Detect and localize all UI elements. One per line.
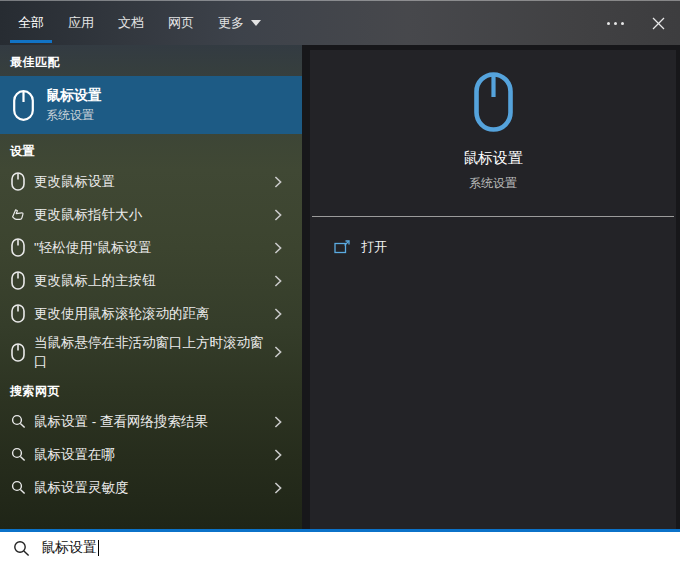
web-result-item[interactable]: 鼠标设置在哪	[0, 438, 302, 471]
mouse-icon	[6, 238, 30, 257]
chevron-right-icon	[274, 346, 282, 358]
result-item-label: 更改鼠标指针大小	[34, 205, 274, 224]
result-item-label: 鼠标设置 - 查看网络搜索结果	[34, 412, 274, 431]
preview-card: 鼠标设置 系统设置 打开	[310, 50, 676, 529]
result-item-label: "轻松使用"鼠标设置	[34, 238, 274, 257]
open-action-label: 打开	[361, 238, 387, 256]
topbar-actions	[607, 17, 665, 30]
best-match-header: 最佳匹配	[0, 45, 302, 76]
best-match-subtitle: 系统设置	[46, 107, 102, 124]
open-action[interactable]: 打开	[310, 231, 676, 263]
close-icon[interactable]	[652, 17, 665, 30]
settings-result-item[interactable]: "轻松使用"鼠标设置	[0, 231, 302, 264]
search-filter-bar: 全部 应用 文档 网页 更多	[0, 0, 680, 45]
touch-pointer-icon	[6, 207, 30, 222]
settings-result-list: 更改鼠标设置 更改鼠标指针大小 "轻松使用"鼠标设置	[0, 165, 302, 374]
mouse-icon	[6, 172, 30, 191]
filter-tab-label: 应用	[68, 14, 94, 32]
filter-tab[interactable]: 应用	[60, 1, 102, 45]
settings-result-item[interactable]: 当鼠标悬停在非活动窗口上方时滚动窗口	[0, 330, 302, 374]
search-icon	[6, 414, 30, 429]
mouse-icon	[6, 304, 30, 323]
result-item-label: 更改使用鼠标滚轮滚动的距离	[34, 304, 274, 323]
search-icon	[6, 447, 30, 462]
web-result-list: 鼠标设置 - 查看网络搜索结果 鼠标设置在哪 鼠标设置灵敏度	[0, 405, 302, 504]
web-result-item[interactable]: 鼠标设置 - 查看网络搜索结果	[0, 405, 302, 438]
mouse-icon	[13, 90, 34, 121]
result-item-label: 当鼠标悬停在非活动窗口上方时滚动窗口	[34, 333, 274, 371]
chevron-right-icon	[274, 416, 282, 428]
filter-tab-label: 网页	[168, 14, 194, 32]
best-match-title: 鼠标设置	[46, 86, 102, 104]
search-icon	[13, 540, 30, 557]
search-input-value: 鼠标设置	[41, 539, 97, 557]
search-filter-tabs: 全部 应用 文档 网页 更多	[6, 1, 273, 45]
filter-tab-label: 文档	[118, 14, 144, 32]
mouse-icon	[6, 343, 30, 362]
best-match-result[interactable]: 鼠标设置 系统设置	[0, 76, 302, 134]
best-match-text: 鼠标设置 系统设置	[46, 86, 102, 124]
chevron-right-icon	[274, 449, 282, 461]
settings-result-item[interactable]: 更改使用鼠标滚轮滚动的距离	[0, 297, 302, 330]
chevron-right-icon	[274, 242, 282, 254]
chevron-right-icon	[274, 308, 282, 320]
search-results-panel: 最佳匹配 鼠标设置 系统设置 设置 更改鼠标设置	[0, 45, 302, 529]
chevron-right-icon	[274, 209, 282, 221]
chevron-right-icon	[274, 275, 282, 287]
chevron-right-icon	[274, 482, 282, 494]
filter-tab-label: 全部	[18, 14, 44, 32]
result-item-label: 更改鼠标上的主按钮	[34, 271, 274, 290]
result-item-label: 鼠标设置灵敏度	[34, 478, 274, 497]
open-in-window-icon	[334, 240, 350, 254]
filter-tab[interactable]: 更多	[210, 1, 269, 45]
settings-result-item[interactable]: 更改鼠标上的主按钮	[0, 264, 302, 297]
settings-result-item[interactable]: 更改鼠标指针大小	[0, 198, 302, 231]
dropdown-arrow-icon	[251, 20, 261, 26]
result-item-label: 更改鼠标设置	[34, 172, 274, 191]
preview-subtitle: 系统设置	[469, 175, 517, 192]
more-options-icon[interactable]	[607, 22, 624, 25]
divider	[312, 216, 674, 217]
mouse-icon	[6, 271, 30, 290]
settings-result-item[interactable]: 更改鼠标设置	[0, 165, 302, 198]
search-input[interactable]: 鼠标设置	[0, 532, 680, 564]
mouse-icon	[474, 72, 513, 132]
filter-tab[interactable]: 文档	[110, 1, 152, 45]
windows-search-flyout: 全部 应用 文档 网页 更多	[0, 0, 680, 564]
settings-section-header: 设置	[0, 134, 302, 165]
result-item-label: 鼠标设置在哪	[34, 445, 274, 464]
web-section-header: 搜索网页	[0, 374, 302, 405]
preview-region: 鼠标设置 系统设置 打开	[302, 45, 680, 529]
search-icon	[6, 480, 30, 495]
web-result-item[interactable]: 鼠标设置灵敏度	[0, 471, 302, 504]
chevron-right-icon	[274, 176, 282, 188]
filter-tab[interactable]: 网页	[160, 1, 202, 45]
text-caret	[98, 540, 99, 556]
filter-tab-label: 更多	[218, 14, 244, 32]
filter-tab[interactable]: 全部	[10, 1, 52, 45]
preview-title: 鼠标设置	[463, 149, 523, 168]
